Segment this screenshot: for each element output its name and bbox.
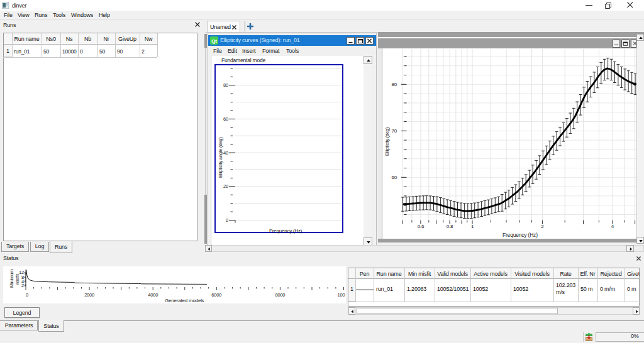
svg-text:8000: 8000 <box>275 292 285 298</box>
svg-text:0: 0 <box>26 292 28 298</box>
svg-text:100: 100 <box>338 292 345 298</box>
svg-text:4000: 4000 <box>148 292 158 298</box>
svg-text:2000: 2000 <box>84 292 94 298</box>
svg-text:2: 2 <box>21 283 24 288</box>
svg-text:6000: 6000 <box>211 292 221 298</box>
